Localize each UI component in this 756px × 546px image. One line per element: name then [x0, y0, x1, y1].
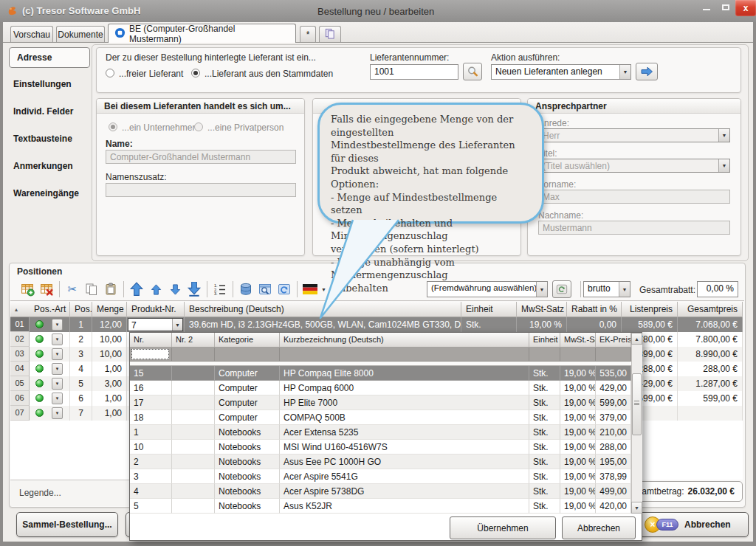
picker-cell-nr2[interactable] — [172, 410, 215, 425]
picker-cell-vat[interactable]: 19,00 % — [560, 425, 596, 440]
picker-cell-cat[interactable]: Computer — [215, 381, 280, 395]
picker-cell-cat[interactable]: Notebooks — [215, 484, 280, 499]
free-supplier-radio[interactable] — [106, 69, 114, 77]
sidebar-item-textbausteine[interactable]: Textbausteine — [13, 134, 72, 144]
picker-cell-price[interactable]: 599,00 — [596, 395, 631, 410]
chevron-down-icon[interactable]: ▼ — [718, 159, 729, 172]
picker-column-header[interactable]: Nr. 2 — [172, 333, 215, 348]
picker-cell-price[interactable]: 379,00 — [596, 410, 631, 425]
tax-mode-select[interactable]: brutto▼ — [583, 281, 630, 297]
picker-cell-price[interactable]: 420,00 — [596, 499, 631, 514]
picker-column-header[interactable]: Einheit — [529, 333, 560, 348]
pos-art-dropdown[interactable]: ▼ — [52, 407, 63, 419]
picker-cell-price[interactable]: 499,00 — [596, 484, 631, 499]
picker-cell-nr2[interactable] — [172, 440, 215, 455]
picker-column-header[interactable]: Nr. — [130, 333, 172, 348]
column-header-discount[interactable]: Rabatt in % — [567, 302, 622, 317]
tab-be[interactable]: BE (Computer-Großhandel Mustermann) — [108, 24, 296, 43]
picker-column-header[interactable]: Kurzbezeichnung (Deutsch) — [280, 333, 529, 348]
cancel-f11-button[interactable]: × F11 Abbrechen — [639, 512, 749, 537]
chevron-down-icon[interactable]: ▼ — [619, 65, 630, 79]
company-radio[interactable] — [109, 122, 117, 131]
picker-cell-nr2[interactable] — [172, 499, 215, 514]
renumber-icon[interactable]: 1.2.3. — [210, 280, 230, 299]
picker-cell-nr2[interactable] — [172, 395, 215, 410]
pos-art-dropdown[interactable]: ▼ — [52, 378, 63, 390]
picker-cell-nr2[interactable] — [172, 425, 215, 440]
scroll-up-button[interactable]: ▲ — [631, 333, 642, 345]
maximize-button[interactable] — [716, 0, 735, 15]
salutation-select[interactable]: Herr▼ — [538, 128, 730, 142]
picker-cell-unit[interactable]: Stk. — [529, 395, 560, 410]
picker-cell-nr2[interactable] — [172, 381, 215, 395]
bulk-order-button[interactable]: Sammel-Bestellung... — [16, 512, 118, 537]
picker-cell-nr[interactable]: 18 — [130, 410, 172, 425]
language-caret-icon[interactable]: ▼ — [321, 287, 326, 292]
column-header-list_price[interactable]: Listenpreis — [622, 302, 678, 317]
column-header-vat[interactable]: MwSt-Satz — [517, 302, 567, 317]
scroll-down-button[interactable]: ▼ — [631, 502, 642, 514]
picker-cell-nr[interactable]: 15 — [130, 366, 172, 381]
sidebar-item-einstellungen[interactable]: Einstellungen — [13, 79, 72, 89]
picker-column-header[interactable]: Kategorie — [215, 333, 280, 348]
picker-cell-vat[interactable]: 19,00 % — [560, 469, 596, 484]
title-select[interactable]: (Titel auswählen)▼ — [538, 159, 730, 173]
move-up-icon[interactable] — [146, 280, 165, 299]
column-header-total[interactable]: Gesamtpreis — [678, 302, 743, 317]
picker-cell-vat[interactable]: 19,00 % — [560, 440, 596, 455]
picker-cell-name[interactable]: HP Compaq 6000 — [280, 381, 529, 395]
picker-cell-nr[interactable]: 16 — [130, 381, 172, 395]
column-header-qty[interactable]: Menge — [92, 302, 127, 317]
picker-cell-cat[interactable]: Computer — [215, 366, 280, 381]
picker-cell-nr[interactable]: 17 — [130, 395, 172, 410]
picker-cell-cat[interactable]: Computer — [215, 395, 280, 410]
picker-cell-vat[interactable]: 19,00 % — [560, 366, 596, 381]
picker-cell-nr2[interactable] — [172, 366, 215, 381]
picker-cell-name[interactable]: HP Elite 7000 — [280, 395, 529, 410]
move-down-icon[interactable] — [165, 280, 185, 299]
picker-cell-unit[interactable]: Stk. — [529, 455, 560, 469]
product-number-combo[interactable]: 7▼ — [128, 318, 183, 331]
picker-cell-cat[interactable]: Notebooks — [215, 499, 280, 514]
chevron-down-icon[interactable]: ▼ — [718, 129, 729, 142]
sidebar-item-adresse[interactable]: Adresse — [9, 47, 90, 68]
picker-cell-unit[interactable]: Stk. — [529, 425, 560, 440]
column-header-pos[interactable]: Pos. — [70, 302, 92, 317]
tab-pages[interactable] — [319, 26, 341, 42]
tab-*[interactable]: * — [300, 26, 316, 42]
tab-vorschau[interactable]: Vorschau — [10, 26, 53, 42]
copy-icon[interactable] — [82, 280, 101, 299]
picker-cell-nr2[interactable] — [172, 469, 215, 484]
picker-cell-price[interactable]: 210,00 — [596, 425, 631, 440]
add-row-icon[interactable] — [18, 280, 37, 299]
picker-cell-unit[interactable]: Stk. — [529, 440, 560, 455]
picker-cell-price[interactable]: 429,00 — [596, 381, 631, 395]
picker-cancel-button[interactable]: Abbrechen — [562, 516, 636, 539]
picker-cell-price[interactable]: 535,00 — [596, 366, 631, 381]
sort-indicator-icon[interactable]: ▴ — [15, 306, 18, 313]
scrollbar-thumb[interactable] — [632, 373, 642, 435]
picker-cell-vat[interactable]: 19,00 % — [560, 499, 596, 514]
picker-cell-name[interactable]: COMPAQ 500B — [280, 410, 529, 425]
chevron-down-icon[interactable]: ▼ — [536, 282, 547, 297]
picker-cell-name[interactable]: Acer Aspire 5541G — [280, 469, 529, 484]
chevron-down-icon[interactable]: ▼ — [619, 282, 630, 297]
picker-cell-nr[interactable]: 10 — [130, 440, 172, 455]
picker-cell-cat[interactable]: Computer — [215, 410, 280, 425]
picker-cell-unit[interactable]: Stk. — [529, 366, 560, 381]
picker-cell-vat[interactable]: 19,00 % — [560, 410, 596, 425]
picker-cell-cat[interactable]: Notebooks — [215, 425, 280, 440]
name-suffix-input[interactable] — [106, 183, 296, 197]
picker-cell-unit[interactable]: Stk. — [529, 499, 560, 514]
column-header-product[interactable]: Produkt-Nr. — [127, 302, 185, 317]
chevron-down-icon[interactable]: ▼ — [172, 319, 182, 331]
picker-cell-cat[interactable]: Notebooks — [215, 440, 280, 455]
column-header-desc[interactable]: Beschreibung (Deutsch) — [185, 302, 461, 317]
refresh-positions-icon[interactable] — [275, 280, 294, 299]
action-select[interactable]: Neuen Lieferanten anlegen▼ — [491, 64, 631, 80]
pos-art-dropdown[interactable]: ▼ — [52, 363, 63, 375]
minimize-button[interactable] — [697, 0, 716, 15]
pos-art-dropdown[interactable]: ▼ — [52, 393, 63, 404]
picker-cell-name[interactable]: Acer Extensa 5235 — [280, 425, 529, 440]
sidebar-item-wareneingänge[interactable]: Wareneingänge — [13, 188, 79, 198]
